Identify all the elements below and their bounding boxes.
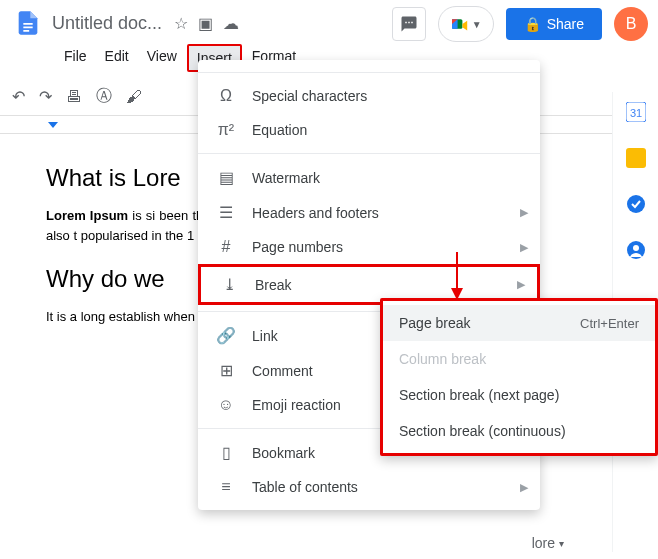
headers-icon: ☰ (216, 203, 236, 222)
document-title[interactable]: Untitled doc... (52, 13, 162, 34)
docs-logo[interactable] (10, 5, 46, 41)
submenu-page-break[interactable]: Page break Ctrl+Enter (383, 305, 655, 341)
submenu-column-break: Column break (383, 341, 655, 377)
print-icon[interactable]: 🖶 (66, 88, 82, 106)
chevron-down-icon: ▾ (559, 538, 564, 549)
menu-view[interactable]: View (139, 44, 185, 72)
meet-button[interactable]: ▼ (438, 6, 494, 42)
contacts-icon[interactable] (626, 240, 646, 260)
svg-rect-9 (626, 148, 646, 168)
svg-marker-6 (451, 288, 463, 300)
break-submenu: Page break Ctrl+Enter Column break Secti… (380, 298, 658, 456)
paint-format-icon[interactable]: 🖌 (126, 88, 142, 106)
menu-edit[interactable]: Edit (97, 44, 137, 72)
comment-icon: ⊞ (216, 361, 236, 380)
shortcut-label: Ctrl+Enter (580, 316, 639, 331)
menu-item-page-numbers[interactable]: #Page numbers▶ (198, 230, 540, 264)
hash-icon: # (216, 238, 236, 256)
comments-button[interactable] (392, 7, 426, 41)
emoji-icon: ☺ (216, 396, 236, 414)
cloud-icon[interactable]: ☁ (223, 14, 239, 33)
svg-text:31: 31 (629, 107, 641, 119)
chevron-right-icon: ▶ (520, 241, 528, 254)
submenu-section-next[interactable]: Section break (next page) (383, 377, 655, 413)
svg-rect-1 (23, 27, 32, 29)
toc-icon: ≡ (216, 478, 236, 496)
menu-file[interactable]: File (56, 44, 95, 72)
chevron-right-icon: ▶ (517, 278, 525, 291)
bookmark-icon: ▯ (216, 443, 236, 462)
move-icon[interactable]: ▣ (198, 14, 213, 33)
tasks-icon[interactable] (626, 194, 646, 214)
watermark-icon: ▤ (216, 168, 236, 187)
menu-item-equation[interactable]: π²Equation (198, 113, 540, 147)
undo-icon[interactable]: ↶ (12, 87, 25, 106)
menu-item-watermark[interactable]: ▤Watermark (198, 160, 540, 195)
indent-marker[interactable] (48, 122, 58, 128)
submenu-section-continuous[interactable]: Section break (continuous) (383, 413, 655, 449)
share-button[interactable]: 🔒 Share (506, 8, 602, 40)
svg-point-10 (627, 195, 645, 213)
spellcheck-icon[interactable]: Ⓐ (96, 86, 112, 107)
menu-item-headers-footers[interactable]: ☰Headers and footers▶ (198, 195, 540, 230)
annotation-arrow (448, 250, 466, 304)
omega-icon: Ω (216, 87, 236, 105)
link-icon: 🔗 (216, 326, 236, 345)
explore-button[interactable]: lore ▾ (532, 535, 564, 551)
calendar-icon[interactable]: 31 (626, 102, 646, 122)
star-icon[interactable]: ☆ (174, 14, 188, 33)
svg-point-12 (633, 245, 639, 251)
menu-item-toc[interactable]: ≡Table of contents▶ (198, 470, 540, 504)
chevron-down-icon: ▼ (472, 19, 482, 30)
keep-icon[interactable] (626, 148, 646, 168)
share-label: Share (547, 16, 584, 32)
redo-icon[interactable]: ↷ (39, 87, 52, 106)
pi-icon: π² (216, 121, 236, 139)
svg-rect-0 (23, 23, 32, 25)
menu-item-special-characters[interactable]: ΩSpecial characters (198, 79, 540, 113)
chevron-right-icon: ▶ (520, 206, 528, 219)
avatar[interactable]: B (614, 7, 648, 41)
break-icon: ⤓ (219, 275, 239, 294)
chevron-right-icon: ▶ (520, 481, 528, 494)
svg-rect-2 (23, 30, 29, 32)
lock-icon: 🔒 (524, 16, 541, 32)
